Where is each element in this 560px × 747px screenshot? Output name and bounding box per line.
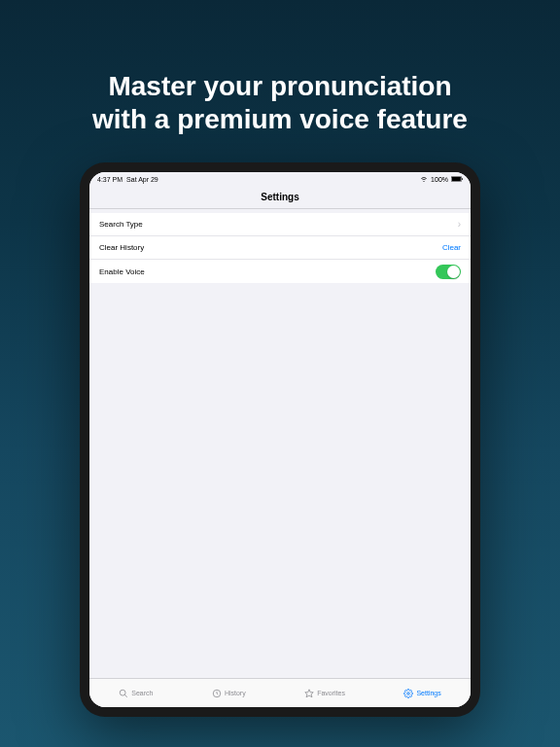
status-bar: 4:37 PM Sat Apr 29 100%: [89, 172, 471, 186]
search-icon: [119, 689, 128, 698]
tab-favorites[interactable]: Favorites: [304, 689, 345, 698]
tab-favorites-label: Favorites: [317, 690, 345, 696]
row-enable-voice-label: Enable Voice: [99, 267, 436, 276]
battery-icon: [451, 176, 463, 182]
row-clear-history: Clear History Clear: [89, 236, 471, 260]
row-search-type-label: Search Type: [99, 220, 458, 229]
svg-point-7: [407, 692, 410, 694]
star-icon: [304, 689, 314, 698]
headline-line2: with a premium voice feature: [92, 104, 468, 134]
tab-settings[interactable]: Settings: [403, 689, 440, 698]
promo-headline: Master your pronunciation with a premium…: [73, 70, 487, 135]
tablet-screen: 4:37 PM Sat Apr 29 100% Settings Search …: [89, 172, 471, 707]
svg-line-4: [124, 694, 127, 697]
settings-content: Search Type › Clear History Clear Enable…: [89, 209, 471, 678]
svg-point-3: [120, 690, 125, 695]
chevron-right-icon: ›: [458, 219, 461, 230]
clear-history-button[interactable]: Clear: [442, 243, 461, 252]
settings-list: Search Type › Clear History Clear Enable…: [89, 213, 471, 283]
row-enable-voice: Enable Voice: [89, 260, 471, 283]
wifi-icon: [420, 176, 428, 182]
tab-history[interactable]: History: [212, 689, 246, 698]
status-time: 4:37 PM: [97, 176, 122, 183]
nav-header: Settings: [89, 186, 471, 209]
tab-search[interactable]: Search: [119, 689, 153, 698]
history-icon: [212, 689, 222, 698]
status-battery-pct: 100%: [431, 176, 448, 183]
svg-rect-2: [462, 178, 463, 180]
tab-search-label: Search: [131, 690, 153, 696]
row-search-type[interactable]: Search Type ›: [89, 213, 471, 236]
tab-settings-label: Settings: [416, 690, 440, 696]
svg-marker-6: [305, 690, 313, 697]
headline-line1: Master your pronunciation: [108, 71, 451, 101]
row-clear-history-label: Clear History: [99, 243, 442, 252]
toggle-knob: [447, 266, 460, 278]
tab-history-label: History: [225, 690, 246, 696]
svg-rect-1: [452, 177, 461, 181]
tablet-device-frame: 4:37 PM Sat Apr 29 100% Settings Search …: [80, 162, 480, 717]
tab-bar: Search History Favorites Settings: [89, 678, 471, 707]
page-title: Settings: [261, 192, 298, 202]
gear-icon: [403, 689, 413, 698]
enable-voice-toggle[interactable]: [436, 265, 461, 279]
status-date: Sat Apr 29: [126, 176, 158, 183]
